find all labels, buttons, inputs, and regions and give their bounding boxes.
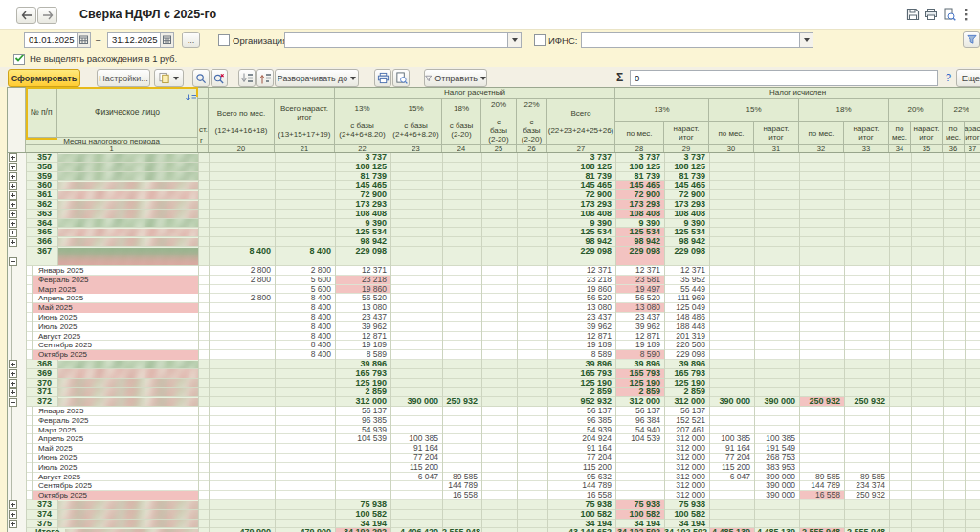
value-cell-c27[interactable]: 72 900	[547, 190, 614, 200]
value-cell-c28[interactable]: 9 390	[615, 219, 663, 229]
value-cell-c28[interactable]: 108 125	[615, 163, 663, 172]
value-cell-c20[interactable]: 2 800	[209, 294, 274, 303]
value-cell-c22[interactable]: 12 371	[335, 266, 390, 276]
value-cell-c27[interactable]: 115 200	[547, 463, 614, 473]
value-cell-c27[interactable]: 229 098	[547, 247, 614, 256]
row-number[interactable]: 358	[26, 163, 55, 172]
value-cell-c22[interactable]: 100 582	[335, 510, 390, 520]
value-cell-c29[interactable]: 125 190	[664, 379, 708, 388]
expand-expander[interactable]	[9, 200, 17, 209]
expand-expander[interactable]	[9, 153, 17, 162]
value-cell-c22[interactable]: 13 080	[335, 303, 390, 313]
value-cell-c28[interactable]: 108 408	[615, 210, 663, 219]
value-cell-c27[interactable]: 23 218	[547, 276, 614, 285]
value-cell-c28[interactable]: 96 384	[615, 416, 663, 426]
value-cell-c28[interactable]: 165 793	[615, 369, 663, 379]
value-cell-c22[interactable]: 56 137	[335, 407, 390, 416]
value-cell-c27[interactable]: 39 962	[547, 322, 614, 332]
value-cell-c33[interactable]: 2 555 948	[844, 528, 888, 532]
value-cell-c28[interactable]: 100 582	[615, 510, 663, 520]
row-number[interactable]: 368	[26, 360, 55, 369]
value-cell-c27[interactable]: 9 390	[547, 219, 614, 229]
value-cell-c27[interactable]: 8 589	[547, 350, 614, 360]
expand-expander[interactable]	[9, 360, 17, 368]
value-cell-c29[interactable]: 111 969	[664, 294, 708, 303]
value-cell-c22[interactable]: 34 192 292	[335, 528, 390, 532]
value-cell-c21[interactable]: 8 400	[275, 247, 334, 256]
value-cell-c28[interactable]: 54 940	[615, 426, 663, 435]
value-cell-c21[interactable]: 8 400	[275, 332, 334, 342]
value-cell-c27[interactable]: 19 189	[547, 341, 614, 350]
value-cell-c22[interactable]: 145 465	[335, 181, 390, 190]
value-cell-c29[interactable]: 201 319	[664, 332, 708, 342]
value-cell-c29[interactable]: 229 098	[664, 247, 708, 256]
value-cell-c29[interactable]: 34 192 592	[664, 528, 708, 532]
row-number[interactable]: 359	[26, 172, 55, 182]
value-cell-c29[interactable]: 312 000	[664, 491, 708, 500]
value-cell-c29[interactable]: 148 486	[664, 313, 708, 322]
value-cell-c29[interactable]: 145 465	[664, 181, 708, 190]
value-cell-c29[interactable]: 108 125	[664, 163, 708, 172]
value-cell-c27[interactable]: 145 465	[547, 181, 614, 190]
value-cell-c30[interactable]: 390 000	[709, 397, 753, 407]
value-cell-c24[interactable]: 250 932	[442, 397, 480, 407]
value-cell-c28[interactable]: 12 371	[615, 266, 663, 276]
value-cell-c28[interactable]: 23 581	[615, 276, 663, 285]
value-cell-c31[interactable]: 268 753	[754, 454, 798, 463]
value-cell-c23[interactable]: 390 000	[390, 397, 441, 407]
value-cell-c27[interactable]: 125 190	[547, 379, 614, 388]
value-cell-c27[interactable]: 54 939	[547, 426, 614, 435]
value-cell-c22[interactable]: 19 860	[335, 285, 390, 295]
expand-expander[interactable]	[9, 500, 17, 509]
value-cell-c28[interactable]: 81 739	[615, 172, 663, 182]
value-cell-c20[interactable]: 2 800	[209, 266, 274, 276]
value-cell-c20[interactable]: 8 400	[209, 247, 274, 256]
value-cell-c29[interactable]: 3 737	[664, 153, 708, 163]
expand-expander[interactable]	[9, 210, 17, 218]
value-cell-c27[interactable]: 125 534	[547, 228, 614, 237]
value-cell-c22[interactable]: 104 539	[335, 434, 390, 444]
value-cell-c22[interactable]: 3 737	[335, 153, 390, 163]
value-cell-c29[interactable]: 312 000	[664, 473, 708, 482]
value-cell-c22[interactable]: 165 793	[335, 369, 390, 379]
value-cell-c29[interactable]: 173 293	[664, 200, 708, 210]
value-cell-c28[interactable]: 13 080	[615, 303, 663, 313]
value-cell-c27[interactable]: 96 385	[547, 416, 614, 426]
value-cell-c32[interactable]: 144 789	[799, 481, 843, 491]
expand-expander[interactable]	[9, 219, 17, 228]
value-cell-c29[interactable]: 188 448	[664, 322, 708, 332]
value-cell-c33[interactable]: 250 932	[844, 397, 888, 407]
value-cell-c29[interactable]: 108 408	[664, 210, 708, 219]
expand-expander[interactable]	[9, 238, 17, 247]
value-cell-c29[interactable]: 229 098	[664, 350, 708, 360]
row-number[interactable]: 366	[26, 237, 55, 247]
value-cell-c27[interactable]: 165 793	[547, 369, 614, 379]
value-cell-c29[interactable]: 98 942	[664, 237, 708, 247]
value-cell-c28[interactable]: 104 539	[615, 434, 663, 444]
value-cell-c28[interactable]: 12 871	[615, 332, 663, 342]
value-cell-c27[interactable]: 12 871	[547, 332, 614, 342]
value-cell-c29[interactable]: 2 859	[664, 388, 708, 397]
value-cell-c33[interactable]: 250 932	[844, 491, 888, 500]
value-cell-c20[interactable]: 2 800	[209, 276, 274, 285]
value-cell-c22[interactable]: 98 942	[335, 237, 390, 247]
value-cell-c22[interactable]: 81 739	[335, 172, 390, 182]
value-cell-c27[interactable]: 56 520	[547, 294, 614, 303]
value-cell-c28[interactable]: 72 900	[615, 190, 663, 200]
value-cell-c29[interactable]: 56 137	[664, 407, 708, 416]
value-cell-c30[interactable]: 6 047	[709, 473, 753, 482]
value-cell-c32[interactable]: 16 558	[799, 491, 843, 500]
value-cell-c24[interactable]: 89 585	[442, 473, 480, 482]
value-cell-c29[interactable]: 72 900	[664, 190, 708, 200]
value-cell-c29[interactable]: 55 449	[664, 285, 708, 295]
value-cell-c31[interactable]: 390 000	[754, 491, 798, 500]
value-cell-c24[interactable]: 2 555 948	[442, 528, 480, 532]
value-cell-c22[interactable]: 34 194	[335, 520, 390, 529]
value-cell-c27[interactable]: 39 896	[547, 360, 614, 369]
row-number[interactable]: 372	[26, 397, 55, 407]
value-cell-c32[interactable]: 89 585	[799, 473, 843, 482]
row-number[interactable]: 369	[26, 369, 55, 379]
value-cell-c30[interactable]: 91 164	[709, 444, 753, 454]
value-cell-c29[interactable]: 312 000	[664, 444, 708, 454]
value-cell-c27[interactable]: 2 859	[547, 388, 614, 397]
